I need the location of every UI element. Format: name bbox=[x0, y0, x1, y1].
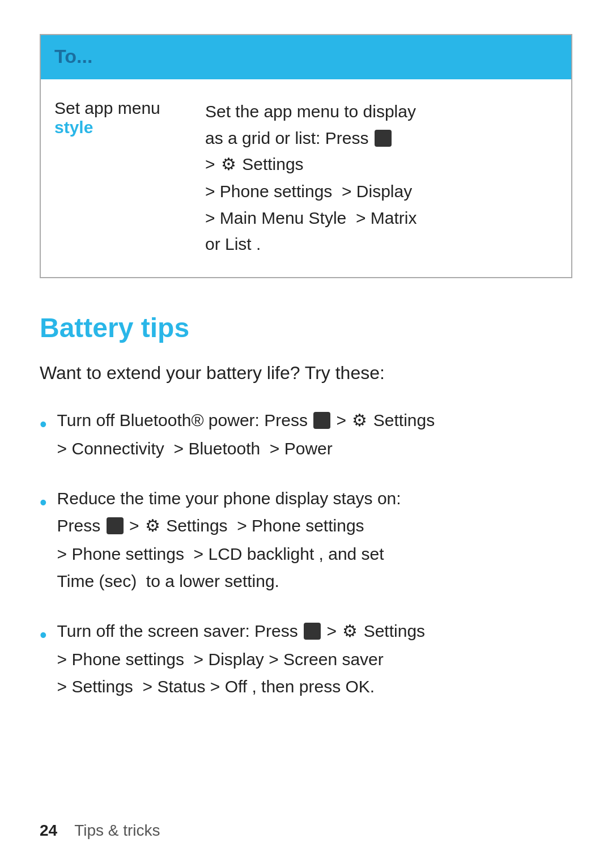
footer-page-number: 24 bbox=[40, 822, 57, 840]
table-left-highlight: style bbox=[54, 118, 93, 137]
table-col-left: Set app menu style bbox=[41, 93, 199, 263]
table-container: To... Set app menu style Set the app men… bbox=[40, 34, 572, 278]
table-left-text: Set app menu bbox=[54, 99, 160, 117]
bullet-list: • Turn off Bluetooth® power: Press > ⚙ S… bbox=[40, 407, 572, 700]
bullet-text: Turn off Bluetooth® power: Press > ⚙ Set… bbox=[57, 407, 572, 462]
battery-section: Battery tips Want to extend your battery… bbox=[40, 312, 572, 700]
settings-gear-icon: ⚙ bbox=[352, 407, 367, 434]
table-header-text: To... bbox=[54, 45, 92, 67]
bullet-dot: • bbox=[40, 408, 47, 441]
list-item: • Reduce the time your phone display sta… bbox=[40, 485, 572, 595]
settings-gear-icon: ⚙ bbox=[221, 151, 236, 178]
table-col-right: Set the app menu to display as a grid or… bbox=[199, 93, 571, 263]
page-content: To... Set app menu style Set the app men… bbox=[0, 0, 612, 757]
menu-button-icon bbox=[107, 517, 124, 534]
menu-button-icon bbox=[304, 623, 321, 640]
list-item: • Turn off the screen saver: Press > ⚙ S… bbox=[40, 618, 572, 700]
menu-button-icon bbox=[313, 412, 330, 429]
section-title: Battery tips bbox=[40, 312, 572, 343]
section-intro: Want to extend your battery life? Try th… bbox=[40, 359, 572, 386]
menu-button-icon bbox=[375, 130, 392, 147]
page-footer: 24 Tips & tricks bbox=[40, 822, 572, 840]
table-header: To... bbox=[41, 35, 571, 78]
settings-gear-icon: ⚙ bbox=[342, 618, 358, 645]
footer-section-label: Tips & tricks bbox=[74, 822, 160, 840]
bullet-dot: • bbox=[40, 486, 47, 519]
bullet-text: Reduce the time your phone display stays… bbox=[57, 485, 572, 595]
list-item: • Turn off Bluetooth® power: Press > ⚙ S… bbox=[40, 407, 572, 462]
table-body: Set app menu style Set the app menu to d… bbox=[41, 79, 571, 277]
bullet-dot: • bbox=[40, 619, 47, 652]
settings-gear-icon: ⚙ bbox=[145, 512, 160, 539]
bullet-text: Turn off the screen saver: Press > ⚙ Set… bbox=[57, 618, 572, 700]
